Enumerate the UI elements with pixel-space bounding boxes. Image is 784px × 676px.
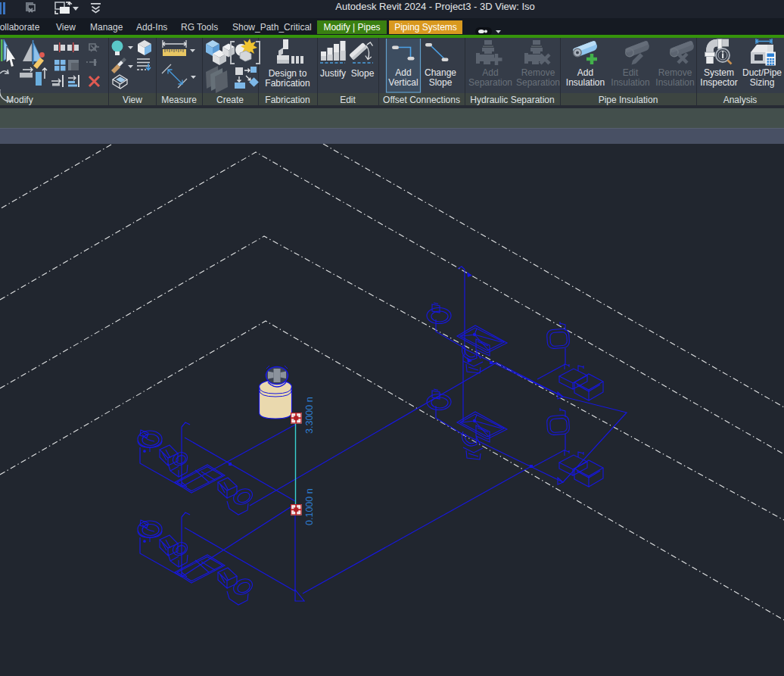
svg-text:3.3000 n: 3.3000 n — [304, 397, 315, 434]
svg-text:0.1000 n: 0.1000 n — [304, 488, 315, 525]
